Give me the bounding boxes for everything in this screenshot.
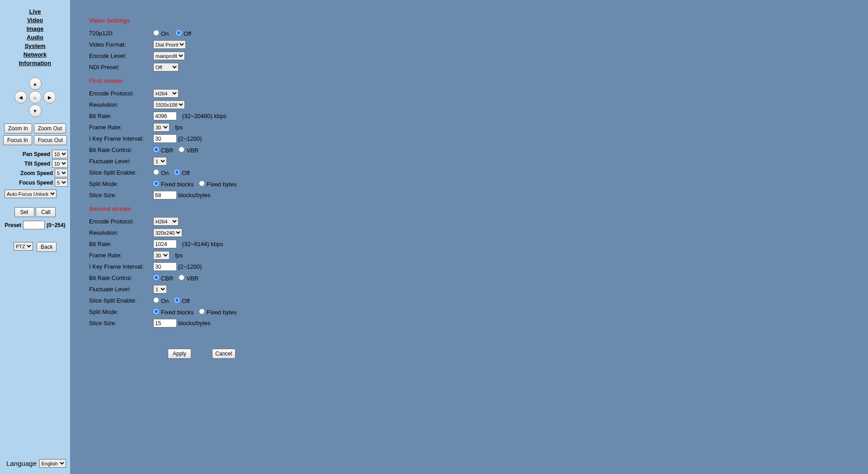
triangle-right-icon: ▶ <box>48 95 52 100</box>
ptz-mode-select[interactable]: PTZ <box>14 242 33 251</box>
nav-network[interactable]: Network <box>19 51 52 58</box>
s2-bit-label: Bit Rate: <box>89 241 153 247</box>
s1-ss-input[interactable] <box>153 191 177 199</box>
s2-sse-label: Slice Split Enable: <box>89 297 153 304</box>
s1-fr-select[interactable]: 30 <box>153 123 170 132</box>
s2-ss-unit: blocks/bytes <box>178 320 211 327</box>
s1-sm-label: Split Mode: <box>89 180 153 187</box>
s1-sse-label: Slice Split Enable: <box>89 169 153 176</box>
s1-ikey-hint: (2~1200) <box>178 135 202 142</box>
s2-sse-off-radio[interactable] <box>174 297 180 303</box>
s1-sse-on-radio[interactable] <box>153 169 159 175</box>
s1-fr-unit: fps <box>175 124 183 131</box>
s2-brc-label: Bit Rate Control: <box>89 275 153 281</box>
triangle-left-icon: ◀ <box>19 95 23 100</box>
s1-ikey-input[interactable] <box>153 134 177 143</box>
s1-ikey-label: I Key Frame Interval: <box>89 135 153 142</box>
video-settings-title: Video Settings <box>89 17 868 24</box>
first-stream-title: First stream <box>89 77 868 84</box>
s2-res-select[interactable]: 320x240 <box>153 228 182 237</box>
s2-proto-label: Encode Protocol: <box>89 218 153 225</box>
pan-speed-select[interactable]: 10 <box>52 150 68 158</box>
s2-proto-select[interactable]: H264 <box>153 217 179 226</box>
ndi-preset-select[interactable]: Off <box>153 63 179 71</box>
language-select[interactable]: English <box>39 459 66 468</box>
cancel-button[interactable]: Cancel <box>212 349 236 359</box>
encode-level-select[interactable]: mainprofile <box>153 52 185 60</box>
720p-label: 720p120: <box>89 30 153 37</box>
zoom-speed-label: Zoom Speed <box>20 170 53 176</box>
nav-system[interactable]: System <box>19 43 52 49</box>
s2-fluc-select[interactable]: 1 <box>153 285 167 294</box>
focus-speed-select[interactable]: 5 <box>55 178 68 187</box>
preset-label: Preset <box>5 222 21 228</box>
s2-sse-off-text: Off <box>182 298 189 304</box>
nav-video[interactable]: Video <box>19 17 52 24</box>
second-stream-title: Second stream <box>89 205 868 212</box>
s2-bit-input[interactable] <box>153 240 177 248</box>
nav-information[interactable]: Information <box>19 60 52 66</box>
s2-res-label: Resolution: <box>89 229 153 236</box>
set-button[interactable]: Set <box>14 207 34 217</box>
s1-res-label: Resolution: <box>89 101 153 108</box>
encode-level-label: Encode Level: <box>89 52 153 59</box>
s2-fr-select[interactable]: 30 <box>153 251 170 260</box>
s1-bit-input[interactable] <box>153 112 177 120</box>
s2-ikey-input[interactable] <box>153 262 177 271</box>
video-format-select[interactable]: Dial Priority <box>153 40 186 49</box>
s1-cbr-radio[interactable] <box>153 147 159 152</box>
s1-sm-a-radio[interactable] <box>153 180 159 186</box>
s2-cbr-radio[interactable] <box>153 275 159 280</box>
720p-on-radio[interactable] <box>153 30 159 36</box>
zoom-out-button[interactable]: Zoom Out <box>34 123 66 133</box>
s1-sm-b-text: Fixed bytes <box>207 181 236 188</box>
triangle-down-icon: ▼ <box>33 109 38 114</box>
ptz-left-button[interactable]: ◀ <box>14 91 27 104</box>
triangle-up-icon: ▲ <box>33 81 38 86</box>
s2-cbr-text: CBR <box>161 275 173 282</box>
s1-sm-a-text: Fixed blocks <box>161 181 193 188</box>
s2-ss-input[interactable] <box>153 319 177 327</box>
preset-range: (0~254) <box>47 222 66 228</box>
zoom-in-button[interactable]: Zoom In <box>4 123 32 133</box>
s2-vbr-radio[interactable] <box>179 275 184 280</box>
s1-res-select[interactable]: 1920x1080 <box>153 100 185 109</box>
apply-button[interactable]: Apply <box>168 349 191 359</box>
preset-input[interactable] <box>23 221 45 229</box>
s1-vbr-text: VBR <box>186 147 198 154</box>
s1-sse-off-text: Off <box>182 170 189 176</box>
s1-fluc-select[interactable]: 1 <box>153 157 167 166</box>
zoom-speed-select[interactable]: 5 <box>55 169 68 177</box>
focus-in-button[interactable]: Focus In <box>3 135 32 145</box>
s1-bit-label: Bit Rate: <box>89 113 153 119</box>
tilt-speed-select[interactable]: 10 <box>52 159 68 168</box>
focus-out-button[interactable]: Focus Out <box>34 135 67 145</box>
s2-fr-unit: fps <box>175 252 183 259</box>
s2-ikey-hint: (2~1200) <box>178 263 202 270</box>
s2-sm-b-radio[interactable] <box>199 308 205 314</box>
nav-live[interactable]: Live <box>19 8 52 15</box>
s2-vbr-text: VBR <box>186 275 198 282</box>
720p-on-text: On <box>161 30 169 37</box>
video-format-label: Video Format: <box>89 41 153 48</box>
s1-sse-off-radio[interactable] <box>174 169 180 175</box>
s1-vbr-radio[interactable] <box>179 147 184 152</box>
s2-ss-label: Slice Size: <box>89 320 153 327</box>
back-button[interactable]: Back <box>37 242 57 252</box>
s1-proto-select[interactable]: H264 <box>153 89 179 98</box>
s2-sse-on-radio[interactable] <box>153 297 159 303</box>
s1-sm-b-radio[interactable] <box>199 180 205 186</box>
nav-audio[interactable]: Audio <box>19 34 52 41</box>
nav-image[interactable]: Image <box>19 25 52 32</box>
720p-off-radio[interactable] <box>176 30 182 36</box>
ptz-home-button[interactable]: ⌂ <box>29 91 42 104</box>
home-icon: ⌂ <box>33 95 36 100</box>
ptz-up-button[interactable]: ▲ <box>29 77 42 90</box>
s2-sm-a-radio[interactable] <box>153 308 159 314</box>
s1-ss-unit: blocks/bytes <box>178 192 211 199</box>
ndi-preset-label: NDI Preset: <box>89 64 153 71</box>
ptz-down-button[interactable]: ▼ <box>29 104 42 117</box>
call-button[interactable]: Call <box>36 207 56 217</box>
ptz-right-button[interactable]: ▶ <box>43 91 56 104</box>
auto-focus-select[interactable]: Auto Focus Unlock <box>5 190 57 198</box>
